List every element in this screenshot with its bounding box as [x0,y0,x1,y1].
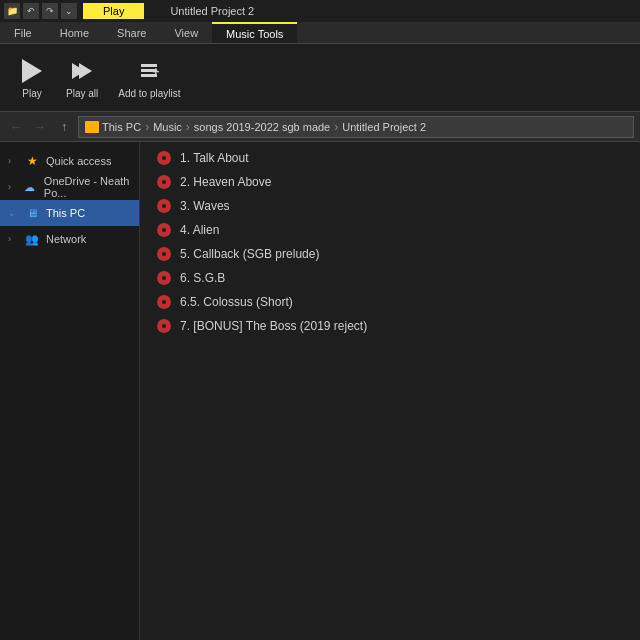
list-item[interactable]: 2. Heaven Above [140,170,640,194]
add-to-playlist-button[interactable]: + Add to playlist [110,49,188,107]
sidebar: › ★ Quick access › ☁ OneDrive - Neath Po… [0,142,140,640]
chevron-right-icon-2: › [8,182,16,192]
play-label: Play [22,88,41,99]
music-file-icon [156,246,172,262]
path-this-pc[interactable]: This PC [102,121,141,133]
undo-icon[interactable]: ↶ [23,3,39,19]
network-icon: 👥 [24,231,40,247]
down-icon[interactable]: ⌄ [61,3,77,19]
play-all-icon [68,57,96,85]
sidebar-item-quick-access[interactable]: › ★ Quick access [0,148,139,174]
path-sep-3: › [334,120,338,134]
list-item[interactable]: 7. [BONUS] The Boss (2019 reject) [140,314,640,338]
sidebar-item-network[interactable]: › 👥 Network [0,226,139,252]
ribbon-tabs: File Home Share View Music Tools [0,22,640,44]
file-name: 4. Alien [180,223,219,237]
path-music[interactable]: Music [153,121,182,133]
computer-icon: 🖥 [24,205,40,221]
play-button[interactable]: Play [10,49,54,107]
file-name: 5. Callback (SGB prelude) [180,247,319,261]
play-tab[interactable]: Play [83,3,144,19]
add-playlist-label: Add to playlist [118,88,180,99]
title-bar-icons: 📁 ↶ ↷ ⌄ [4,3,77,19]
ribbon-toolbar: Play Play all + Add to playlist [0,44,640,112]
tab-share[interactable]: Share [103,22,160,43]
play-all-label: Play all [66,88,98,99]
path-songs[interactable]: songs 2019-2022 sgb made [194,121,330,133]
file-name: 2. Heaven Above [180,175,271,189]
tab-file[interactable]: File [0,22,46,43]
main-content: › ★ Quick access › ☁ OneDrive - Neath Po… [0,142,640,640]
path-project[interactable]: Untitled Project 2 [342,121,426,133]
music-file-icon [156,198,172,214]
path-sep-2: › [186,120,190,134]
address-path[interactable]: This PC › Music › songs 2019-2022 sgb ma… [78,116,634,138]
tab-home[interactable]: Home [46,22,103,43]
music-file-icon [156,150,172,166]
chevron-down-icon: ⌄ [8,208,18,218]
list-item[interactable]: 3. Waves [140,194,640,218]
title-bar: 📁 ↶ ↷ ⌄ Play Untitled Project 2 [0,0,640,22]
back-button[interactable]: ← [6,117,26,137]
file-name: 3. Waves [180,199,230,213]
cloud-icon: ☁ [22,179,38,195]
app-icon: 📁 [4,3,20,19]
sidebar-label-onedrive: OneDrive - Neath Po... [44,175,131,199]
music-file-icon [156,294,172,310]
window-title: Untitled Project 2 [170,5,254,17]
list-item[interactable]: 6. S.G.B [140,266,640,290]
redo-icon[interactable]: ↷ [42,3,58,19]
up-button[interactable]: ↑ [54,117,74,137]
path-folder-icon [85,121,99,133]
star-icon: ★ [24,153,40,169]
chevron-right-icon: › [8,156,18,166]
file-name: 6.5. Colossus (Short) [180,295,293,309]
file-name: 1. Talk About [180,151,249,165]
play-icon [18,57,46,85]
add-playlist-icon: + [135,57,163,85]
forward-button[interactable]: → [30,117,50,137]
music-file-icon [156,174,172,190]
sidebar-label-network: Network [46,233,86,245]
sidebar-label-this-pc: This PC [46,207,85,219]
tab-music-tools[interactable]: Music Tools [212,22,297,43]
path-sep-1: › [145,120,149,134]
list-item[interactable]: 1. Talk About [140,146,640,170]
chevron-right-icon-3: › [8,234,18,244]
file-list: 1. Talk About 2. Heaven Above 3. Waves 4… [140,142,640,640]
sidebar-label-quick-access: Quick access [46,155,111,167]
tab-view[interactable]: View [160,22,212,43]
list-item[interactable]: 4. Alien [140,218,640,242]
sidebar-item-this-pc[interactable]: ⌄ 🖥 This PC [0,200,139,226]
file-name: 7. [BONUS] The Boss (2019 reject) [180,319,367,333]
music-file-icon [156,318,172,334]
sidebar-item-onedrive[interactable]: › ☁ OneDrive - Neath Po... [0,174,139,200]
list-item[interactable]: 6.5. Colossus (Short) [140,290,640,314]
file-name: 6. S.G.B [180,271,225,285]
list-item[interactable]: 5. Callback (SGB prelude) [140,242,640,266]
music-file-icon [156,270,172,286]
music-file-icon [156,222,172,238]
address-bar: ← → ↑ This PC › Music › songs 2019-2022 … [0,112,640,142]
play-all-button[interactable]: Play all [58,49,106,107]
